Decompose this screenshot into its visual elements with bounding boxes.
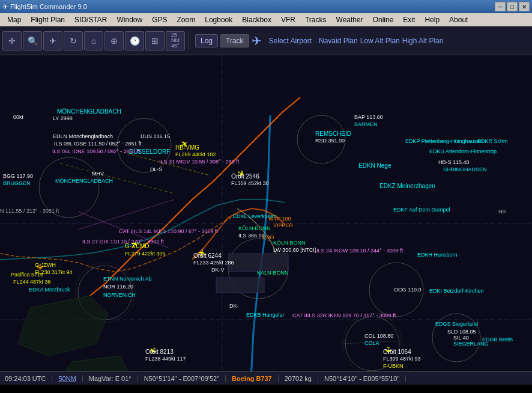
toolbar-separator-1 bbox=[189, 31, 189, 50]
aircraft-orbit8213: ✈ bbox=[146, 344, 160, 357]
svg-point-6 bbox=[75, 263, 135, 323]
tool-nm[interactable]: 25NM45° bbox=[166, 31, 185, 50]
label-cola: COLA bbox=[364, 340, 379, 346]
svg-line-0 bbox=[120, 151, 210, 175]
aircraft-orbit1064: ✈ bbox=[382, 347, 394, 355]
status-coords2: N50°14'10" - E005°55'10" bbox=[318, 375, 406, 382]
tool-cursor[interactable]: ✛ bbox=[2, 31, 22, 50]
tool-grid[interactable]: ⊞ bbox=[145, 31, 165, 50]
time-value: 09:24:03 UTC bbox=[5, 375, 46, 382]
toolbar-tools: ✛ 🔍 ✈ ↻ ⌂ ⊕ 🕐 ⊞ 25NM45° bbox=[2, 31, 185, 50]
tool-house[interactable]: ⌂ bbox=[84, 31, 103, 50]
low-alt-plan-button[interactable]: Low Alt Plan bbox=[360, 37, 400, 45]
label-moenchengladbach2: MÖNCHENGLADBACH bbox=[55, 178, 113, 184]
menu-sid-star[interactable]: SID/STAR bbox=[70, 14, 112, 25]
menu-about[interactable]: About bbox=[444, 14, 473, 25]
menu-vfr[interactable]: VFR bbox=[276, 14, 300, 25]
menu-bar: Map Flight Plan SID/STAR Window GPS Zoom… bbox=[0, 13, 532, 26]
svg-marker-20 bbox=[54, 356, 132, 371]
tool-zoom-in[interactable]: 🔍 bbox=[23, 31, 42, 50]
svg-rect-18 bbox=[216, 278, 264, 293]
label-edkr: EDKR Schm bbox=[477, 138, 508, 144]
label-gjzwh-data: FL230 317kt 94 bbox=[35, 269, 73, 275]
select-airport-label[interactable]: Select Airport bbox=[269, 37, 312, 45]
label-vipper: VIPPER bbox=[273, 222, 293, 228]
menu-zoom[interactable]: Zoom bbox=[172, 14, 201, 25]
close-button[interactable]: ✕ bbox=[519, 2, 530, 11]
label-dk: DK- bbox=[229, 303, 239, 309]
label-rsd: RSD 351.00 bbox=[315, 138, 345, 144]
track-button[interactable]: Track bbox=[220, 34, 249, 47]
status-bar: 09:24:03 UTC 50NM MagVar: E 01° N50°51'1… bbox=[0, 371, 532, 385]
aircraft-orbit6244: ✈ bbox=[196, 248, 209, 258]
app-icon: ✈ bbox=[2, 3, 8, 11]
map-area[interactable]: 61 58 ✈ ✈ ✈ ✈ ✈ ✈ ✈ MÖNCHENGLADBACH LY 2… bbox=[0, 55, 532, 371]
status-distance[interactable]: 50NM bbox=[52, 375, 82, 382]
label-freq: N 111.55 / 213° - 3081 ft bbox=[0, 208, 59, 214]
label-ocg: OCG 110.0 bbox=[394, 287, 422, 293]
maximize-button[interactable]: □ bbox=[507, 2, 518, 11]
menu-online[interactable]: Online bbox=[368, 14, 399, 25]
svg-line-1 bbox=[60, 163, 174, 193]
label-edgb: EDGB Breits bbox=[482, 337, 513, 343]
label-rbo: RBO bbox=[262, 234, 274, 240]
label-ils-05l: ILS 05L IDNE 109.50 / 092° - 2851 ft bbox=[52, 148, 140, 154]
label-orbit1064: Orbit 1064 bbox=[383, 349, 411, 355]
title-bar: ✈ FlightSim Commander 9.0 ─ □ ✕ bbox=[0, 0, 532, 13]
menu-flight-plan[interactable]: Flight Plan bbox=[26, 14, 70, 25]
distance-value[interactable]: 50NM bbox=[58, 375, 76, 382]
menu-exit[interactable]: Exit bbox=[398, 14, 420, 25]
label-wind: 00kt bbox=[13, 114, 23, 120]
menu-help[interactable]: Help bbox=[420, 14, 444, 25]
menu-weather[interactable]: Weather bbox=[331, 14, 368, 25]
label-fubkn: F-UBKN bbox=[383, 363, 404, 369]
menu-map[interactable]: Map bbox=[2, 14, 26, 25]
label-moenchengladbach: MÖNCHENGLADBACH bbox=[57, 108, 121, 115]
label-gjzwh: G-JZWH bbox=[35, 262, 56, 268]
log-button[interactable]: Log bbox=[195, 34, 218, 47]
label-bgg: BGG 117.90 bbox=[3, 173, 33, 179]
label-ils-09: ILS 09L IDSE 111.50 / 052° - 2851 ft bbox=[54, 141, 142, 147]
label-edkf: EDKF Auf Dem Dumpel bbox=[393, 207, 450, 213]
label-gxcmd-data: FL279 422kt 305 bbox=[125, 251, 166, 257]
label-koln-bonn2: KÖLN-BONN bbox=[273, 240, 306, 246]
label-cat-iiils-32r: CAT IIILS 32R IKEN 109.70 / 317° - 3009 … bbox=[292, 312, 396, 318]
label-edln: EDLN Mönchengladbach bbox=[53, 133, 113, 139]
aircraft-gxcmd: ✈ bbox=[128, 238, 142, 251]
tool-plane[interactable]: ✈ bbox=[43, 31, 62, 50]
minimize-button[interactable]: ─ bbox=[495, 2, 506, 11]
label-dus: DUS 116.15 bbox=[141, 133, 170, 139]
label-edkh: EDKH Hunsborn bbox=[417, 252, 458, 258]
log-track-area: Log Track ✈ Select Airport bbox=[195, 34, 312, 48]
tool-compass[interactable]: ⊕ bbox=[104, 31, 124, 50]
menu-gps[interactable]: GPS bbox=[147, 14, 172, 25]
label-orbit6244: Orbit 6244 bbox=[193, 252, 222, 259]
navaid-plan-button[interactable]: Navaid Plan bbox=[319, 37, 358, 45]
label-mhv: MHV bbox=[92, 171, 104, 177]
label-dusseldorf: DÜSSELDORF bbox=[129, 148, 170, 155]
svg-point-5 bbox=[78, 266, 132, 320]
high-alt-plan-button[interactable]: High Alt Plan bbox=[402, 37, 444, 45]
label-col: COL 108.80 bbox=[364, 333, 393, 339]
label-norvenich: NORVENICH bbox=[103, 292, 136, 298]
tool-rotate[interactable]: ↻ bbox=[64, 31, 83, 50]
toolbar: ✛ 🔍 ✈ ↻ ⌂ ⊕ 🕐 ⊞ 25NM45° Log Track ✈ Sele… bbox=[0, 26, 532, 55]
label-fubkn-data: FL150 E37kt 2 bbox=[383, 370, 419, 371]
aircraft-value: Boeing B737 bbox=[232, 375, 272, 382]
label-orbit6244-data: FL233 425kt 286 bbox=[193, 260, 234, 266]
svg-point-10 bbox=[369, 263, 423, 317]
menu-logbook[interactable]: Logbook bbox=[200, 14, 237, 25]
label-moenchengladbach-sub: LY 2998 bbox=[53, 115, 73, 121]
menu-window[interactable]: Window bbox=[112, 14, 148, 25]
label-orbit1064-data: FL309 487kt 93 bbox=[383, 356, 421, 362]
menu-blackbox[interactable]: Blackbox bbox=[237, 14, 276, 25]
nav-plan-buttons: Navaid Plan Low Alt Plan High Alt Plan bbox=[319, 37, 443, 45]
label-dls: DL-S bbox=[150, 166, 163, 172]
label-sil: SIL 40 bbox=[453, 335, 469, 341]
label-edkn: EDKN Nege bbox=[358, 162, 391, 169]
svg-point-9 bbox=[228, 239, 288, 299]
label-cat-iiils-14l: CAT IIILS 14L IKES 110.90 / 67° - 3009 f… bbox=[119, 228, 218, 234]
menu-tracks[interactable]: Tracks bbox=[300, 14, 331, 25]
label-edkl: EDKL Leverkusen bbox=[233, 213, 276, 219]
tool-clock[interactable]: 🕐 bbox=[125, 31, 144, 50]
